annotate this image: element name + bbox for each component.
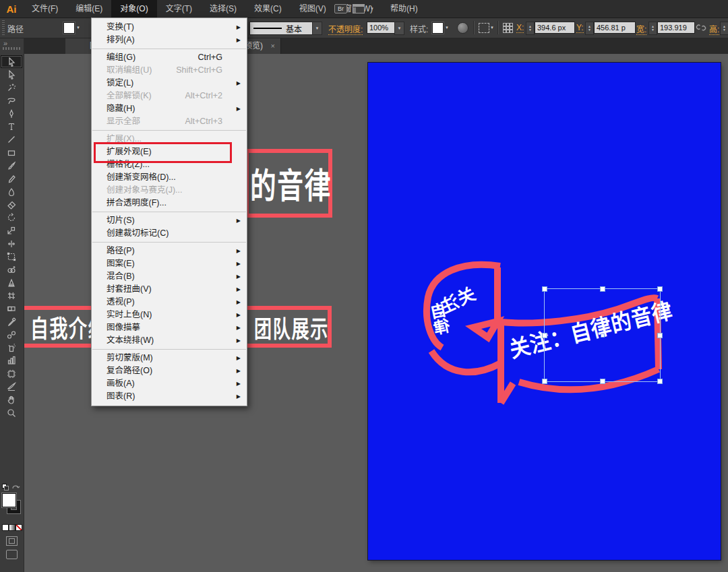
recolor-artwork-icon[interactable] bbox=[457, 22, 468, 34]
object-menu-item[interactable]: 变换(T)▶ bbox=[92, 21, 247, 34]
object-menu-item[interactable]: 混合(B)▶ bbox=[92, 270, 247, 283]
chevron-down-icon[interactable]: ▼ bbox=[445, 26, 449, 30]
eraser-tool[interactable] bbox=[1, 198, 22, 211]
reference-point-icon[interactable] bbox=[503, 23, 512, 32]
menu-bar-item[interactable]: 编辑(E) bbox=[67, 0, 111, 18]
magic-wand-tool[interactable] bbox=[1, 82, 22, 94]
object-menu-item[interactable]: 切片(S)▶ bbox=[92, 214, 247, 227]
width-stepper[interactable]: ▲▼ bbox=[648, 22, 657, 35]
opacity-dropdown[interactable]: ▼ bbox=[394, 22, 404, 35]
artboard[interactable]: 关注: 自律 关注：自律的音律 bbox=[368, 63, 721, 560]
menu-bar-item[interactable]: 选择(S) bbox=[201, 0, 245, 18]
width-tool[interactable] bbox=[1, 237, 22, 250]
object-menu-item[interactable]: 图案(E)▶ bbox=[92, 257, 247, 270]
object-menu-item[interactable]: 锁定(L)▶ bbox=[92, 77, 247, 90]
object-menu-item[interactable]: 创建裁切标记(C) bbox=[92, 227, 247, 240]
y-stepper[interactable]: ▲▼ bbox=[585, 22, 594, 35]
gradient-tool[interactable] bbox=[1, 303, 22, 315]
object-menu-item[interactable]: 画板(A)▶ bbox=[92, 377, 247, 390]
x-label[interactable]: X: bbox=[516, 23, 524, 33]
selection-tool[interactable] bbox=[1, 55, 22, 68]
free-transform-tool[interactable] bbox=[1, 251, 22, 263]
link-dimensions-icon[interactable] bbox=[696, 22, 706, 33]
selection-bounding-box[interactable] bbox=[544, 288, 661, 382]
rotate-tool[interactable] bbox=[1, 212, 22, 224]
selection-handle[interactable] bbox=[600, 379, 605, 384]
object-menu-item[interactable]: 拼合透明度(F)... bbox=[92, 197, 247, 210]
line-segment-tool[interactable] bbox=[1, 133, 22, 146]
object-menu-item[interactable]: 文本绕排(W)▶ bbox=[92, 334, 247, 347]
width-input[interactable]: 193.919 bbox=[657, 22, 695, 34]
object-menu-item[interactable]: 图表(R)▶ bbox=[92, 390, 247, 403]
object-menu-item[interactable]: 复合路径(O)▶ bbox=[92, 364, 247, 377]
opacity-input[interactable]: 100% bbox=[367, 22, 396, 34]
chevron-down-icon[interactable]: ▼ bbox=[490, 26, 494, 30]
menu-bar-item[interactable]: 效果(C) bbox=[245, 0, 291, 18]
artboard-tool[interactable] bbox=[1, 367, 22, 380]
zoom-tool[interactable] bbox=[1, 406, 22, 419]
object-menu-item[interactable]: 路径(P)▶ bbox=[92, 245, 247, 257]
selection-handle[interactable] bbox=[542, 286, 547, 292]
y-input[interactable]: 456.81 p bbox=[594, 22, 636, 34]
width-label[interactable]: 宽: bbox=[636, 23, 646, 35]
gradient-mode-mini[interactable] bbox=[9, 524, 16, 531]
stroke-style-box[interactable]: 基本 bbox=[249, 22, 320, 35]
object-menu-item[interactable]: 创建渐变网格(D)... bbox=[92, 171, 247, 184]
object-menu-item[interactable]: 图像描摹▶ bbox=[92, 321, 247, 334]
lasso-tool[interactable] bbox=[1, 94, 22, 107]
menu-bar-item[interactable]: 文字(T) bbox=[157, 0, 201, 18]
object-menu-item[interactable]: 剪切蒙版(M)▶ bbox=[92, 352, 247, 364]
selection-handle[interactable] bbox=[657, 379, 663, 384]
selection-handle[interactable] bbox=[542, 379, 547, 384]
selection-handle[interactable] bbox=[657, 286, 663, 292]
fill-color-swatch[interactable] bbox=[2, 493, 16, 507]
swap-colors-icon[interactable] bbox=[11, 482, 22, 492]
panel-grip[interactable] bbox=[3, 47, 20, 50]
menu-bar-item[interactable]: 文件(F) bbox=[23, 0, 67, 18]
fill-color-swatch[interactable] bbox=[63, 22, 75, 34]
paintbrush-tool[interactable] bbox=[1, 159, 22, 172]
bridge-icon[interactable]: Br bbox=[334, 4, 347, 13]
pen-tool[interactable] bbox=[1, 107, 22, 120]
select-similar-icon[interactable] bbox=[479, 23, 489, 33]
tools-panel-header[interactable]: » bbox=[0, 38, 24, 54]
rectangle-tool[interactable] bbox=[1, 146, 22, 159]
color-mode-mini[interactable] bbox=[2, 524, 9, 531]
type-tool[interactable] bbox=[1, 121, 22, 133]
perspective-grid-tool[interactable] bbox=[1, 276, 22, 289]
direct-selection-tool[interactable] bbox=[1, 68, 22, 81]
blend-tool[interactable] bbox=[1, 328, 22, 341]
none-mode-mini[interactable] bbox=[16, 524, 22, 531]
workspace-icon[interactable] bbox=[353, 4, 365, 13]
shape-builder-tool[interactable] bbox=[1, 263, 22, 276]
chevron-down-icon[interactable]: ▼ bbox=[76, 26, 80, 30]
selection-handle[interactable] bbox=[542, 333, 547, 338]
y-label[interactable]: Y: bbox=[576, 23, 584, 33]
screen-mode-icon[interactable] bbox=[6, 550, 18, 559]
close-tab-icon[interactable]: × bbox=[271, 38, 275, 54]
menu-bar-item[interactable]: 对象(O) bbox=[111, 0, 156, 18]
height-stepper[interactable]: ▲▼ bbox=[720, 22, 728, 35]
style-swatch[interactable] bbox=[432, 22, 444, 34]
object-menu-item[interactable]: 隐藏(H)▶ bbox=[92, 102, 247, 115]
pencil-tool[interactable] bbox=[1, 172, 22, 185]
object-menu-item[interactable]: 排列(A)▶ bbox=[92, 34, 247, 46]
object-menu-item[interactable]: 编组(G)Ctrl+G bbox=[92, 51, 247, 64]
hand-tool[interactable] bbox=[1, 393, 22, 406]
column-graph-tool[interactable] bbox=[1, 354, 22, 367]
symbol-sprayer-tool[interactable] bbox=[1, 342, 22, 354]
selection-handle[interactable] bbox=[657, 333, 663, 338]
object-menu-item[interactable]: 实时上色(N)▶ bbox=[92, 309, 247, 321]
menu-bar-item[interactable]: 帮助(H) bbox=[382, 0, 427, 18]
eyedropper-tool[interactable] bbox=[1, 315, 22, 328]
scale-tool[interactable] bbox=[1, 224, 22, 237]
object-menu-item[interactable]: 透视(P)▶ bbox=[92, 296, 247, 309]
menu-bar-item[interactable]: 视图(V) bbox=[291, 0, 335, 18]
drawing-mode-icon[interactable] bbox=[6, 536, 18, 546]
opacity-link[interactable]: 不透明度: bbox=[328, 23, 363, 35]
object-menu-item[interactable]: 封套扭曲(V)▶ bbox=[92, 283, 247, 296]
blob-brush-tool[interactable] bbox=[1, 185, 22, 198]
x-stepper[interactable]: ▲▼ bbox=[526, 22, 535, 35]
slice-tool[interactable] bbox=[1, 381, 22, 393]
height-label[interactable]: 高: bbox=[709, 23, 719, 35]
